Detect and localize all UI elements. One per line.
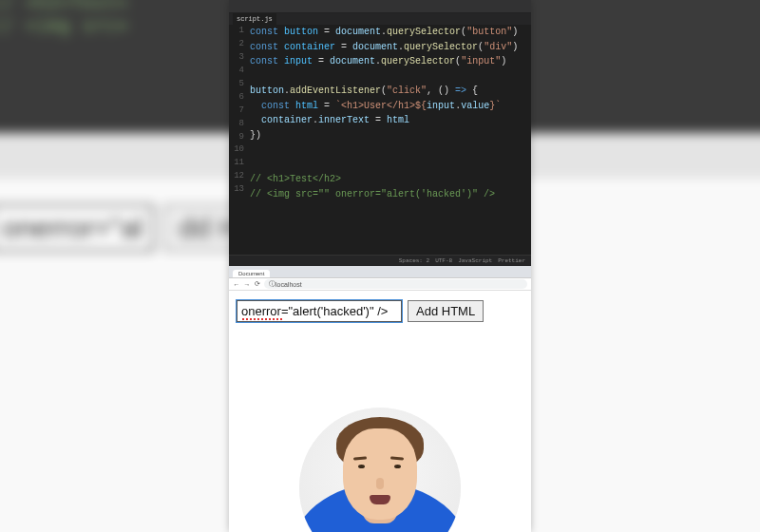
address-url: localhost — [276, 281, 302, 288]
browser-tab-strip[interactable]: Document — [229, 266, 531, 277]
bg-code-comment: // <h2>Test< // <img src= — [0, 0, 128, 36]
editor-tab-strip[interactable]: script.js — [229, 13, 531, 25]
status-prettier[interactable]: Prettier — [498, 256, 525, 265]
page-content: Add HTML — [229, 291, 531, 532]
code-editor[interactable]: script.js 1 2 3 4 5 6 7 8 9 10 11 12 13 … — [229, 0, 531, 266]
foreground-column: script.js 1 2 3 4 5 6 7 8 9 10 11 12 13 … — [229, 0, 531, 532]
bg-text-input: onerror="al — [0, 204, 154, 252]
editor-code-area[interactable]: const button = document.querySelector("b… — [250, 25, 527, 253]
reload-icon[interactable]: ⟳ — [254, 280, 261, 288]
browser-chrome: Document ← → ⟳ ⓘ localhost — [229, 266, 531, 291]
presenter-avatar — [299, 408, 461, 532]
status-language[interactable]: JavaScript — [458, 256, 492, 265]
editor-titlebar[interactable] — [229, 0, 531, 13]
form-row: Add HTML — [237, 300, 484, 322]
site-info-icon[interactable]: ⓘ — [268, 279, 276, 289]
editor-gutter: 1 2 3 4 5 6 7 8 9 10 11 12 13 — [229, 25, 248, 253]
forward-icon[interactable]: → — [243, 281, 251, 288]
address-bar[interactable]: ⓘ localhost — [264, 279, 527, 289]
browser-window: Document ← → ⟳ ⓘ localhost Add HTML — [229, 266, 531, 532]
browser-tab[interactable]: Document — [233, 270, 270, 277]
editor-statusbar[interactable]: Spaces: 2 UTF-8 JavaScript Prettier — [229, 255, 531, 266]
spellcheck-underline-icon — [242, 318, 284, 320]
back-icon[interactable]: ← — [233, 281, 240, 288]
editor-tab-scriptjs[interactable]: script.js — [233, 13, 276, 26]
presenter-avatar-wrap — [299, 408, 461, 532]
add-html-button[interactable]: Add HTML — [408, 300, 484, 322]
status-spaces[interactable]: Spaces: 2 — [399, 256, 429, 265]
status-encoding[interactable]: UTF-8 — [435, 256, 452, 265]
browser-toolbar: ← → ⟳ ⓘ localhost — [229, 277, 531, 291]
